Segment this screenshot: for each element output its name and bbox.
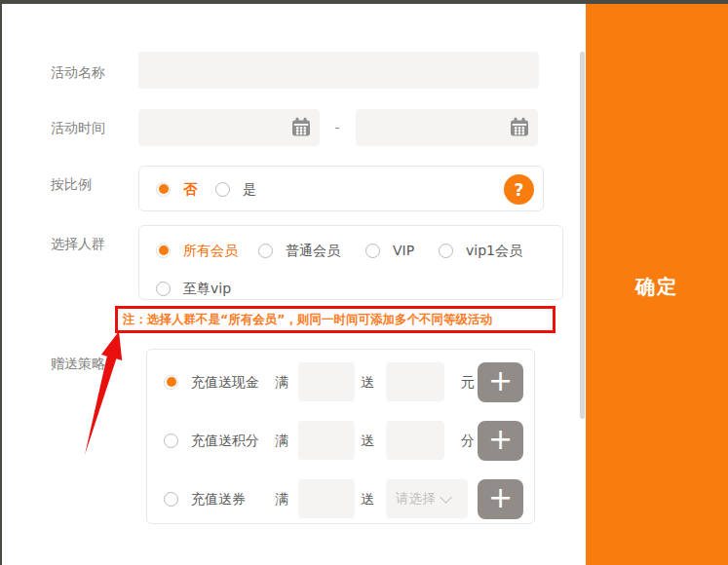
scrollbar-thumb[interactable] bbox=[580, 52, 585, 419]
gift-amount-input[interactable] bbox=[386, 362, 444, 401]
radio-icon bbox=[258, 244, 273, 258]
radio-option-recharge-coupon[interactable]: 充值送券 bbox=[164, 491, 246, 507]
audience-label: 选择人群 bbox=[51, 237, 105, 250]
calendar-icon[interactable] bbox=[291, 117, 311, 137]
activity-name-input[interactable] bbox=[138, 52, 539, 89]
radio-option-label: vip1会员 bbox=[466, 243, 522, 258]
side-panel: 确定 bbox=[586, 4, 728, 565]
radio-option-recharge-cash[interactable]: 充值送现金 bbox=[164, 374, 259, 390]
date-range-separator: - bbox=[324, 120, 351, 135]
help-icon[interactable]: ? bbox=[504, 174, 534, 205]
annotation-box: 注：选择人群不是“所有会员”，则同一时间可添加多个不同等级活动 bbox=[115, 306, 556, 333]
threshold-amount-input[interactable] bbox=[298, 479, 355, 518]
radio-option-all-members[interactable]: 所有会员 bbox=[156, 243, 238, 258]
radio-option-label: 是 bbox=[243, 181, 256, 197]
add-rule-button[interactable]: + bbox=[478, 362, 523, 402]
gift-prefix: 送 bbox=[361, 492, 374, 506]
radio-option-label: 充值送积分 bbox=[191, 433, 259, 448]
radio-option-vip1[interactable]: vip1会员 bbox=[439, 243, 522, 258]
radio-option-label: 否 bbox=[183, 181, 197, 197]
unit-label: 分 bbox=[461, 433, 475, 447]
radio-option-no[interactable]: 否 bbox=[156, 181, 197, 197]
strategy-row-coupon: 充值送券 满 送 请选择 + bbox=[147, 479, 534, 518]
window-border-top bbox=[0, 0, 728, 4]
radio-option-label: VIP bbox=[393, 243, 414, 258]
radio-icon bbox=[164, 433, 178, 448]
annotation-arrow-icon bbox=[78, 327, 127, 460]
threshold-prefix: 满 bbox=[275, 433, 288, 447]
radio-icon bbox=[164, 492, 178, 507]
audience-group: 所有会员 普通会员 VIP vip1会员 至尊vip bbox=[138, 225, 563, 300]
activity-time-label: 活动时间 bbox=[51, 121, 105, 134]
radio-selected-icon bbox=[164, 375, 178, 390]
threshold-prefix: 满 bbox=[275, 492, 288, 506]
radio-option-label: 至尊vip bbox=[183, 281, 231, 296]
chevron-down-icon bbox=[440, 491, 452, 504]
strategy-row-cash: 充值送现金 满 送 元 + bbox=[147, 362, 534, 401]
ratio-group: 否 是 ? bbox=[138, 166, 544, 211]
gift-prefix: 送 bbox=[361, 433, 374, 447]
radio-selected-icon bbox=[156, 244, 171, 258]
radio-icon bbox=[365, 244, 380, 258]
radio-option-normal-members[interactable]: 普通会员 bbox=[258, 243, 340, 258]
annotation-note-text: 注：选择人群不是“所有会员”，则同一时间可添加多个不同等级活动 bbox=[123, 312, 492, 328]
radio-option-label: 充值送现金 bbox=[191, 374, 259, 390]
strategy-row-points: 充值送积分 满 送 分 + bbox=[147, 421, 534, 460]
strategy-group: 充值送现金 满 送 元 + 充值送积分 满 送 分 + 充值送券 bbox=[146, 349, 535, 524]
start-date-field[interactable] bbox=[138, 109, 320, 146]
activity-form-dialog: 活动名称 活动时间 - bbox=[0, 0, 728, 565]
radio-icon bbox=[156, 282, 171, 296]
window-border-left bbox=[0, 0, 2, 565]
radio-option-label: 普通会员 bbox=[286, 243, 340, 258]
radio-option-yes[interactable]: 是 bbox=[215, 181, 256, 197]
radio-option-label: 所有会员 bbox=[183, 243, 238, 258]
add-rule-button[interactable]: + bbox=[478, 479, 523, 519]
activity-name-label: 活动名称 bbox=[51, 65, 105, 79]
calendar-icon[interactable] bbox=[510, 117, 529, 137]
coupon-select-placeholder: 请选择 bbox=[396, 490, 436, 508]
radio-option-vip[interactable]: VIP bbox=[365, 243, 414, 258]
end-date-field[interactable] bbox=[356, 109, 538, 146]
radio-option-label: 充值送券 bbox=[191, 491, 246, 507]
confirm-button[interactable]: 确定 bbox=[586, 269, 728, 304]
threshold-amount-input[interactable] bbox=[298, 421, 355, 460]
radio-option-recharge-points[interactable]: 充值送积分 bbox=[164, 433, 259, 448]
radio-selected-icon bbox=[156, 182, 171, 197]
radio-icon bbox=[215, 182, 230, 197]
gift-amount-input[interactable] bbox=[386, 421, 444, 460]
gift-prefix: 送 bbox=[361, 375, 374, 389]
add-rule-button[interactable]: + bbox=[478, 421, 523, 461]
unit-label: 元 bbox=[461, 375, 475, 389]
threshold-amount-input[interactable] bbox=[298, 362, 355, 401]
radio-icon bbox=[439, 244, 453, 258]
radio-option-supreme-vip[interactable]: 至尊vip bbox=[156, 281, 231, 296]
threshold-prefix: 满 bbox=[275, 375, 288, 389]
coupon-select[interactable]: 请选择 bbox=[386, 479, 468, 518]
ratio-label: 按比例 bbox=[51, 177, 92, 191]
